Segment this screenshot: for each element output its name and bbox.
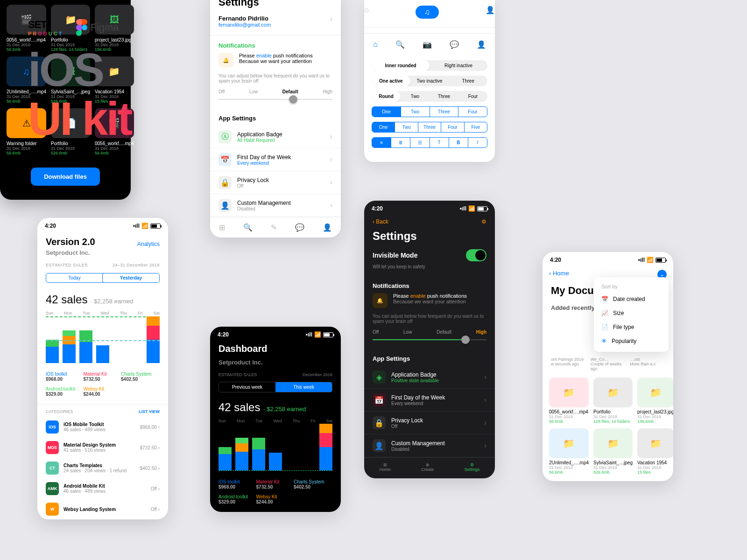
tab-switch[interactable]: TodayYesterday <box>46 273 160 283</box>
music-pill[interactable]: ♫ <box>416 6 439 19</box>
setting-row[interactable]: 📅 First Day of the WeekEvery weekend › <box>364 389 495 412</box>
setting-row[interactable]: 🔒 Privacy LockOff › <box>364 412 495 434</box>
settings-light-screen: Settings Fernando Pidrilio fernandilio@g… <box>210 0 341 238</box>
grid-icon[interactable]: ⊞ <box>219 223 225 232</box>
home-icon[interactable]: ⌂ <box>373 40 378 49</box>
file-tile[interactable]: 📁 Portfolio31 Dec 2018128 files, 14 fold… <box>593 378 633 424</box>
category-row[interactable]: CTCharts Templates24 sales · 204 views ·… <box>37 458 168 478</box>
align-justify-icon: ☰ <box>410 138 430 147</box>
search-icon[interactable]: 🔍 <box>395 40 405 49</box>
frequency-slider[interactable] <box>373 339 486 340</box>
italic-icon: I <box>468 138 487 147</box>
dashboard-screen: 4:20•ıll 📶 Dashboard Setproduct Inc. EST… <box>210 327 341 512</box>
settings-title: Settings <box>210 0 341 12</box>
file-tile[interactable]: 📁 Vacation 195431 Dec 201815 files <box>637 428 673 475</box>
invisible-toggle[interactable] <box>466 249 486 261</box>
sort-popularity[interactable]: 👁Popularity <box>594 334 669 348</box>
nav-home[interactable]: ⊞Home <box>380 462 391 472</box>
camera-icon[interactable]: 📷 <box>423 40 432 49</box>
bell-icon: 🔔 <box>373 293 388 308</box>
segment-box-2[interactable]: OneTwoThreeFourFive <box>372 122 487 133</box>
segment-pill-1[interactable]: Inner roundedRight inactive <box>372 60 487 71</box>
sort-date[interactable]: 📅Date created <box>594 292 669 306</box>
search-icon[interactable]: 🔍 <box>243 223 253 232</box>
chevron-right-icon: › <box>330 15 332 28</box>
segment-pill-3[interactable]: RoundTwoThreeFour <box>372 91 487 102</box>
setting-row[interactable]: 🔒 Privacy LockOff › <box>210 171 341 194</box>
file-tile[interactable]: 📁 project_last23.jpg31 Dec 2018156.6mb <box>637 378 673 424</box>
bold-icon: B <box>449 138 468 147</box>
figma-logo: Figma <box>76 19 119 36</box>
app-settings-label: App Settings <box>210 108 341 126</box>
chat-icon[interactable]: 💬 <box>295 223 304 232</box>
nav-create[interactable]: ⊕Create <box>421 462 434 472</box>
file-tile[interactable]: 📁 SylviaSaint_…jpeg31 Dec 2018526.6mb <box>593 428 633 475</box>
dashboard-tabs[interactable]: Previous weekThis week <box>218 382 332 392</box>
file-tile[interactable]: 📁 0056_workf….mp431 Dec 201856.6mb <box>549 378 589 424</box>
back-button[interactable]: ‹ Back <box>373 218 388 225</box>
segment-icons[interactable]: ≡≣☰ TBI <box>372 137 487 148</box>
segment-box-1[interactable]: OneTwoThreeFour <box>372 106 487 117</box>
segments-panel: ⌂ ♫ 👤 ⌂ 🔍 📷 💬 👤 Inner roundedRight inact… <box>364 0 495 162</box>
notifications-label: Notifications <box>210 35 341 53</box>
file-tile[interactable]: 📁 2Unlimited_….mp431 Dec 201856.6mb <box>549 428 589 475</box>
edit-icon[interactable]: ✎ <box>271 223 277 232</box>
sort-filetype[interactable]: 📄File type <box>594 320 669 334</box>
svg-point-0 <box>82 25 87 30</box>
home-icon[interactable]: ⌂ <box>364 6 369 19</box>
setting-row[interactable]: 📅 First Day of the WeekEvery weekend › <box>210 148 341 171</box>
frequency-slider[interactable] <box>218 99 332 100</box>
profile-icon[interactable]: 👤 <box>486 6 495 19</box>
category-row[interactable]: WWebsy Landing SystemOff › <box>37 499 168 519</box>
sort-popup: Sort by 📅Date created 📈Size 📄File type 👁… <box>594 277 669 352</box>
nav-settings[interactable]: ⚙Settings <box>465 462 480 472</box>
category-row[interactable]: AMKAndroid Mobile Kit46 sales · 489 view… <box>37 478 168 499</box>
segment-pill-2[interactable]: One activeTwo inactiveThree <box>372 76 487 86</box>
title-uikit: UI kit <box>28 92 168 146</box>
profile-icon[interactable]: 👤 <box>323 223 332 232</box>
chat-icon[interactable]: 💬 <box>450 40 459 49</box>
setting-row[interactable]: 👤 Custom ManagementDisabled › <box>210 194 341 217</box>
documents-screen: 4:20•ıll 📶 ‹ Home⌄ My Docum Added recent… <box>543 252 673 481</box>
settings-dark-screen: 4:20•ıll 📶 ‹ Back⚙ Settings Invisible Mo… <box>364 201 495 478</box>
setting-row[interactable]: ◈ Application BadgePositive state availa… <box>364 366 495 389</box>
text-icon: T <box>430 138 449 147</box>
setting-row[interactable]: Ⓐ Application BadgeAll Habit Required › <box>210 126 341 148</box>
align-left-icon: ≡ <box>372 138 391 147</box>
version-screen: 4:20•ıll 📶 Version 2.0Analytics Setprodu… <box>37 218 168 519</box>
bell-icon: 🔔 <box>218 53 233 68</box>
gear-icon[interactable]: ⚙ <box>481 218 486 225</box>
setting-row[interactable]: 👤 Custom ManagementDisabled › <box>364 434 495 457</box>
setproduct-logo: SET PRODUCT <box>28 19 63 36</box>
analytics-link[interactable]: Analytics <box>137 241 160 247</box>
category-row[interactable]: MDSMaterial Design System41 sales · 516 … <box>37 437 168 458</box>
list-view-link[interactable]: LIST VIEW <box>139 409 160 414</box>
category-row[interactable]: iOSiOS Mobile Toolkit46 sales · 489 view… <box>37 417 168 437</box>
sort-size[interactable]: 📈Size <box>594 306 669 320</box>
download-button[interactable]: Download files <box>31 168 100 186</box>
back-button[interactable]: ‹ Home <box>549 270 569 279</box>
frequency-labels: OffLow DefaultHigh <box>210 87 341 96</box>
profile-icon[interactable]: 👤 <box>477 40 486 49</box>
align-center-icon: ≣ <box>391 138 410 147</box>
title-ios: iOS <box>28 48 168 92</box>
profile-row[interactable]: Fernando Pidrilio fernandilio@gmail.com … <box>210 12 341 35</box>
